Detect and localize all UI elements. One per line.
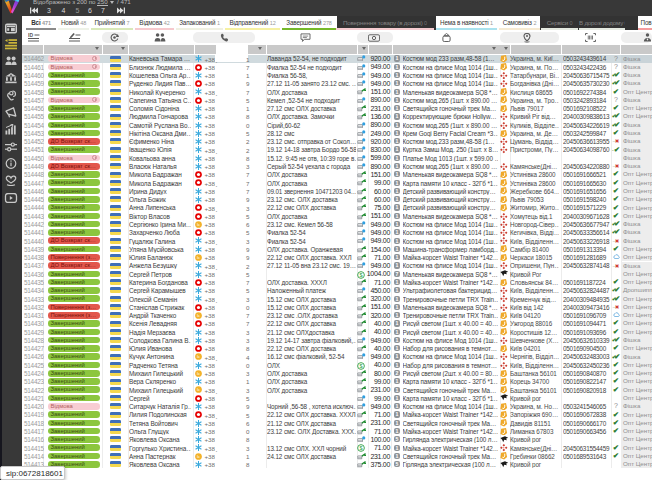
svg-text:lc: lc [196,313,199,318]
svg-text:lc: lc [196,371,199,376]
svg-text:lc: lc [196,454,199,459]
svg-text:lc: lc [196,222,199,227]
svg-text:ID: ID [28,33,33,38]
svg-text:lc: lc [196,255,199,260]
svg-text:lc: lc [196,355,199,360]
svg-text:lc: lc [196,388,199,393]
